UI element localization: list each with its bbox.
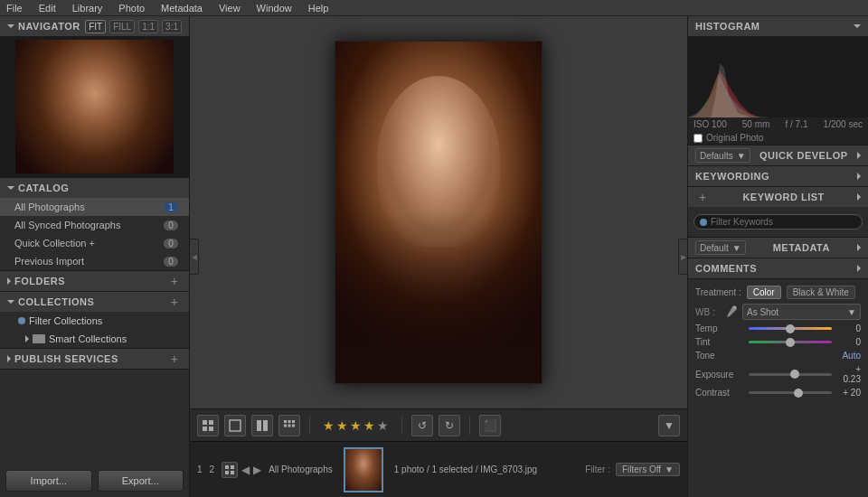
collection-smart[interactable]: Smart Collections <box>0 330 189 348</box>
grid-view-button[interactable] <box>197 415 219 436</box>
original-photo-checkbox[interactable] <box>693 134 703 143</box>
filmstrip-thumb-1[interactable] <box>344 447 383 492</box>
collections-header[interactable]: Collections + <box>0 292 189 312</box>
main-layout: Navigator FIT FILL 1:1 3:1 <box>0 16 868 497</box>
rating-stars: ★ ★ ★ ★ ★ <box>323 418 389 433</box>
menu-library[interactable]: Library <box>70 3 106 14</box>
folders-section: Folders + <box>0 271 189 292</box>
navigator-header[interactable]: Navigator FIT FILL 1:1 3:1 <box>0 16 189 36</box>
menu-window[interactable]: Window <box>254 3 295 14</box>
svg-rect-7 <box>284 420 287 423</box>
filmstrip-grid-btn[interactable] <box>222 462 238 478</box>
zoom-fill-btn[interactable]: FILL <box>109 20 135 33</box>
catalog-all-photographs-label: All Photographs <box>14 202 85 212</box>
defaults-dropdown[interactable]: Defaults ▼ <box>695 148 750 163</box>
catalog-all-photographs[interactable]: All Photographs 1 <box>0 198 189 216</box>
star-5[interactable]: ★ <box>377 418 389 433</box>
menu-view[interactable]: View <box>216 3 243 14</box>
rotate-right-button[interactable]: ↻ <box>439 415 460 436</box>
filmstrip-source-number-2[interactable]: 2 <box>210 464 215 474</box>
tint-slider-track[interactable] <box>749 341 832 343</box>
loupe-view-button[interactable] <box>224 415 246 436</box>
toolbar-dropdown-button[interactable]: ▼ <box>658 415 680 436</box>
navigator-preview[interactable] <box>0 36 189 177</box>
filmstrip-filter-dropdown[interactable]: Filters Off ▼ <box>616 463 680 476</box>
contrast-slider-track[interactable] <box>749 391 832 394</box>
keywording-header[interactable]: Keywording <box>688 166 868 186</box>
zoom-1-1-btn[interactable]: 1:1 <box>138 20 158 33</box>
folders-add-button[interactable]: + <box>167 274 182 288</box>
image-area[interactable] <box>190 16 687 408</box>
collection-filter-label: Filter Collections <box>29 315 102 326</box>
menu-help[interactable]: Help <box>306 3 332 14</box>
wb-preset-dropdown[interactable]: As Shot ▼ <box>742 304 861 320</box>
publish-services-title: Publish Services <box>14 353 118 364</box>
filmstrip-source-number-1[interactable]: 1 <box>197 464 203 474</box>
keyword-list-add-icon[interactable]: + <box>695 190 710 204</box>
keyword-filter-row <box>688 207 868 237</box>
wb-eyedropper-tool[interactable] <box>726 305 739 318</box>
comments-header[interactable]: Comments <box>688 258 868 278</box>
temp-slider-track[interactable] <box>749 327 832 330</box>
catalog-quick-collection[interactable]: Quick Collection + 0 <box>0 234 189 252</box>
star-3[interactable]: ★ <box>350 418 362 433</box>
filmstrip-next-source-btn[interactable]: ▶ <box>253 464 261 476</box>
contrast-row: Contrast + 20 <box>688 386 868 399</box>
exposure-slider-track[interactable] <box>749 373 832 376</box>
keyword-filter-input[interactable] <box>711 217 856 227</box>
exposure-slider-thumb[interactable] <box>790 370 799 379</box>
survey-view-button[interactable] <box>278 415 300 436</box>
publish-services-header[interactable]: Publish Services + <box>0 349 189 369</box>
star-4[interactable]: ★ <box>363 418 375 433</box>
menu-edit[interactable]: Edit <box>36 3 59 14</box>
catalog-all-synced[interactable]: All Synced Photographs 0 <box>0 216 189 234</box>
defaults-chevron-icon: ▼ <box>737 151 746 161</box>
keyword-list-section: + Keyword List <box>688 187 868 238</box>
navigator-thumbnail[interactable] <box>15 40 174 173</box>
keyword-filter-input-container[interactable] <box>693 214 863 230</box>
catalog-previous-import[interactable]: Previous Import 0 <box>0 252 189 270</box>
keyword-filter-dot-icon <box>700 219 707 226</box>
svg-rect-5 <box>257 420 261 431</box>
contrast-value: + 20 <box>835 388 861 398</box>
temp-slider-thumb[interactable] <box>786 324 795 333</box>
contrast-slider-thumb[interactable] <box>794 389 803 398</box>
treatment-bw-button[interactable]: Black & White <box>787 286 855 299</box>
menu-metadata[interactable]: Metadata <box>158 3 205 14</box>
smart-collections-folder-icon <box>33 334 45 343</box>
zoom-fit-btn[interactable]: FIT <box>85 20 106 33</box>
treatment-color-button[interactable]: Color <box>747 286 781 299</box>
publish-services-collapse-icon <box>7 355 11 362</box>
tone-auto-button[interactable]: Auto <box>842 351 861 361</box>
metadata-header[interactable]: Default ▼ Metadata <box>688 238 868 258</box>
keyword-list-header[interactable]: + Keyword List <box>688 187 868 207</box>
main-photo[interactable] <box>335 41 542 384</box>
quick-develop-header[interactable]: Defaults ▼ Quick Develop <box>688 145 868 165</box>
comments-title: Comments <box>695 263 757 274</box>
tint-slider-thumb[interactable] <box>786 338 795 347</box>
star-1[interactable]: ★ <box>323 418 335 433</box>
export-button[interactable]: Export... <box>98 470 184 492</box>
collection-filter[interactable]: Filter Collections <box>0 312 189 330</box>
menu-file[interactable]: File <box>4 3 25 14</box>
menu-photo[interactable]: Photo <box>116 3 147 14</box>
temp-value: 0 <box>835 324 861 333</box>
right-panel-toggle[interactable]: ▶ <box>678 239 687 275</box>
star-2[interactable]: ★ <box>336 418 348 433</box>
rotate-left-button[interactable]: ↺ <box>411 415 433 436</box>
filmstrip-prev-source-btn[interactable]: ◀ <box>241 464 250 476</box>
collections-add-button[interactable]: + <box>167 295 182 309</box>
folders-header[interactable]: Folders + <box>0 271 189 291</box>
left-panel-toggle[interactable]: ◀ <box>190 239 199 275</box>
crop-button[interactable]: ⬛ <box>479 415 501 436</box>
metadata-preset-dropdown[interactable]: Default ▼ <box>695 240 746 255</box>
toolbar-sep-1 <box>309 417 310 435</box>
folders-title: Folders <box>14 276 65 286</box>
publish-services-add-button[interactable]: + <box>167 352 182 366</box>
catalog-header[interactable]: Catalog <box>0 178 189 198</box>
compare-view-button[interactable] <box>251 415 273 436</box>
metadata-section: Default ▼ Metadata <box>688 238 868 258</box>
histogram-header[interactable]: Histogram <box>688 16 868 36</box>
import-button[interactable]: Import... <box>5 470 92 492</box>
zoom-3-1-btn[interactable]: 3:1 <box>162 20 182 33</box>
